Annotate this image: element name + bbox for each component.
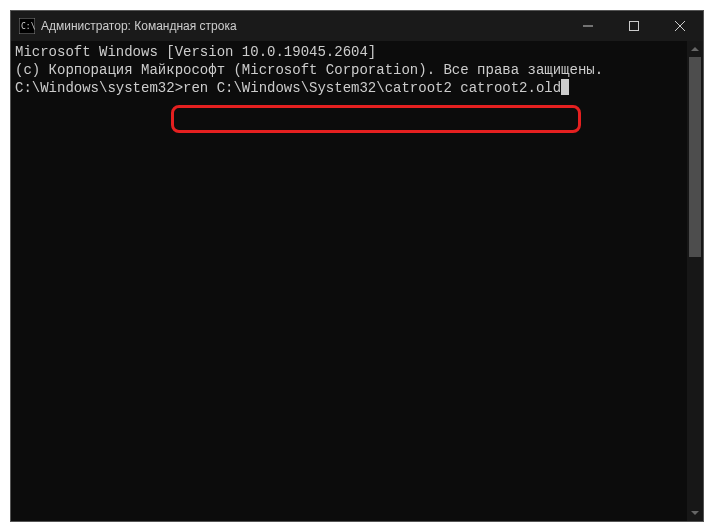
terminal-area[interactable]: Microsoft Windows [Version 10.0.19045.26… <box>11 41 703 521</box>
highlight-annotation <box>171 105 581 133</box>
window-title: Администратор: Командная строка <box>41 19 565 33</box>
command-prompt-window: C:\ Администратор: Командная строка Micr… <box>10 10 704 522</box>
scroll-down-arrow-icon[interactable] <box>687 505 703 521</box>
cursor <box>561 79 569 95</box>
window-controls <box>565 11 703 41</box>
svg-text:C:\: C:\ <box>21 22 35 31</box>
command-text: ren C:\Windows\System32\catroot2 catroot… <box>183 79 561 97</box>
scroll-up-arrow-icon[interactable] <box>687 41 703 57</box>
vertical-scrollbar[interactable] <box>687 41 703 521</box>
copyright-line: (c) Корпорация Майкрософт (Microsoft Cor… <box>15 61 699 79</box>
cmd-icon: C:\ <box>19 18 35 34</box>
version-line: Microsoft Windows [Version 10.0.19045.26… <box>15 43 699 61</box>
maximize-button[interactable] <box>611 11 657 41</box>
close-button[interactable] <box>657 11 703 41</box>
prompt-line: C:\Windows\system32>ren C:\Windows\Syste… <box>15 79 699 97</box>
prompt-text: C:\Windows\system32> <box>15 79 183 97</box>
svg-marker-7 <box>691 511 699 515</box>
scrollbar-thumb[interactable] <box>689 57 701 257</box>
svg-rect-3 <box>630 22 639 31</box>
svg-marker-6 <box>691 47 699 51</box>
minimize-button[interactable] <box>565 11 611 41</box>
titlebar[interactable]: C:\ Администратор: Командная строка <box>11 11 703 41</box>
